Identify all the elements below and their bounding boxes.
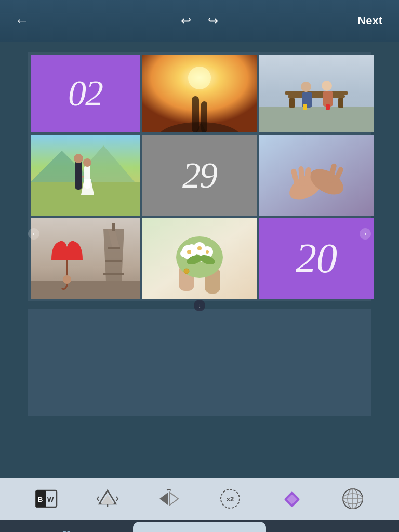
grid-cell-9[interactable]: 20 [259,218,374,299]
svg-rect-7 [259,107,374,132]
svg-rect-10 [289,98,295,108]
bw-filter-button[interactable]: B W [32,484,61,513]
duplicate-button[interactable]: x2 [216,484,245,513]
svg-rect-40 [108,247,120,249]
nav-add-background[interactable]: Add Background [266,520,399,532]
grid-cell-3[interactable] [259,55,374,132]
grid-cell-5[interactable]: 29 [142,135,257,216]
header-left: ← [10,8,33,33]
svg-rect-41 [105,260,122,262]
number-20: 20 [296,235,337,282]
canvas-right-arrow[interactable]: › [360,228,371,240]
svg-point-61 [206,250,209,254]
bottom-area: B W [0,478,399,532]
svg-point-4 [188,66,211,89]
svg-rect-37 [31,281,140,299]
svg-rect-11 [338,98,343,108]
nav-add-cuts[interactable]: Add More Cuts [0,520,133,532]
grid-cell-4[interactable] [31,135,140,216]
svg-text:W: W [47,496,54,503]
canvas-wrapper: ‹ › 02 [28,52,371,416]
header-center: ↩ ↪ [178,10,221,31]
svg-marker-68 [101,495,114,504]
svg-text:B: B [38,496,43,503]
back-button[interactable]: ← [10,8,33,33]
nav-object-tools[interactable]: Object Tools [133,522,266,532]
svg-rect-2 [192,96,199,132]
canvas-container: 02 [28,52,371,416]
svg-rect-9 [288,95,345,98]
svg-rect-8 [285,91,348,95]
canvas-left-arrow[interactable]: ‹ [28,228,39,240]
svg-text:x2: x2 [227,495,234,503]
number-02: 02 [68,73,102,114]
svg-point-60 [197,246,202,250]
svg-point-12 [301,82,311,92]
svg-point-62 [184,269,189,274]
svg-point-25 [83,158,91,167]
flip-button[interactable] [154,484,183,513]
svg-rect-0 [142,55,257,132]
eraser-button[interactable] [277,484,306,513]
adjust-button[interactable] [93,484,122,513]
header: ← ↩ ↪ Next [0,0,399,42]
number-29: 29 [182,155,217,196]
main-area: ‹ › 02 [0,42,399,478]
svg-rect-42 [103,273,124,275]
svg-marker-71 [170,493,178,505]
grid-cell-2[interactable] [142,55,257,132]
svg-point-45 [63,275,71,284]
resize-handle-bottom[interactable]: ↓ [194,300,205,311]
texture-button[interactable] [338,484,367,513]
svg-point-59 [187,250,191,254]
svg-point-53 [180,250,188,257]
grid-cell-7[interactable] [31,218,140,299]
photo-grid: 02 [28,52,371,301]
redo-button[interactable]: ↪ [205,10,221,31]
svg-rect-43 [112,223,115,231]
svg-rect-16 [303,104,307,110]
svg-rect-22 [75,161,82,190]
grid-cell-8[interactable] [142,218,257,299]
svg-rect-17 [326,104,330,110]
next-button[interactable]: Next [351,10,389,32]
canvas-empty-area [28,309,371,416]
grid-cell-6[interactable] [259,135,374,216]
grid-cell-1[interactable]: 02 [31,55,140,132]
tools-row: B W [0,478,399,520]
svg-point-14 [322,81,332,91]
svg-marker-70 [159,493,168,505]
undo-button[interactable]: ↩ [178,10,194,31]
nav-row: Add More Cuts Object Tools [0,520,399,532]
svg-point-23 [74,154,83,163]
